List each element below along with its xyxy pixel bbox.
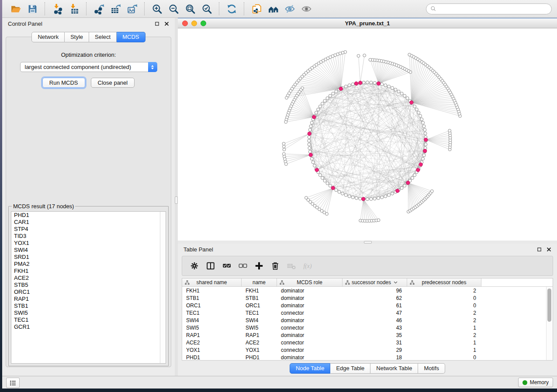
export-table-button[interactable] — [108, 2, 122, 16]
tab-select[interactable]: Select — [89, 32, 117, 42]
result-item[interactable]: TEC1 — [11, 316, 166, 323]
result-item[interactable]: STB1 — [11, 303, 166, 309]
table-scrollbar[interactable] — [546, 287, 553, 360]
import-network-button[interactable] — [50, 2, 64, 16]
table-row[interactable]: STB1STB1dominator620 — [182, 294, 553, 302]
cell-predecessor-nodes: 0 — [407, 354, 481, 361]
float-panel-icon[interactable] — [154, 21, 159, 27]
table-row[interactable]: PHD1PHD1dominator180 — [182, 354, 553, 361]
vertical-splitter[interactable] — [175, 18, 178, 376]
close-panel-button[interactable]: Close panel — [91, 78, 135, 88]
cell-successor-nodes: 47 — [343, 310, 407, 316]
control-panel-title: Control Panel — [8, 21, 42, 27]
column-header-mcds-role[interactable]: MCDS role — [277, 279, 343, 286]
horizontal-splitter[interactable] — [178, 241, 557, 244]
cell-shared-name: FKH1 — [182, 288, 242, 294]
column-header-shared-name[interactable]: shared name — [182, 279, 242, 286]
criterion-select[interactable]: largest connected component (undirected) — [20, 62, 157, 72]
tab-network-table[interactable]: Network Table — [370, 363, 418, 374]
result-item[interactable]: PMA2 — [11, 261, 166, 268]
vertical-splitter-grip[interactable] — [175, 196, 178, 204]
result-item[interactable]: FKH1 — [11, 268, 166, 275]
mcds-result-list: PHD1CAR1STP4TID3YOX1SWI4SRD1PMA2FKH1ACE2… — [11, 212, 166, 330]
close-table-panel-icon[interactable] — [546, 247, 551, 252]
minimize-window-icon[interactable] — [191, 21, 197, 26]
dropdown-stepper-icon[interactable] — [148, 62, 157, 72]
cell-mcds-role: dominator — [277, 303, 343, 309]
table-row[interactable]: RAP1RAP1dominator352 — [182, 331, 553, 339]
zoom-fit-button[interactable] — [183, 2, 197, 16]
tab-network[interactable]: Network — [31, 32, 65, 42]
add-column-button[interactable] — [251, 258, 267, 274]
result-item[interactable]: SWI5 — [11, 309, 166, 316]
toggle-columns-button[interactable] — [202, 258, 218, 274]
cell-shared-name: SWI5 — [182, 325, 242, 331]
tab-mcds[interactable]: MCDS — [117, 32, 145, 42]
result-item[interactable]: ORC1 — [11, 289, 166, 296]
result-item[interactable]: STP4 — [11, 226, 166, 233]
result-item[interactable]: STB5 — [11, 282, 166, 289]
tab-style[interactable]: Style — [65, 32, 89, 42]
table-scrollbar-thumb[interactable] — [547, 289, 551, 322]
task-history-button[interactable] — [6, 378, 20, 388]
table-row[interactable]: TEC1TEC1connector472 — [182, 309, 553, 316]
delete-selected-icon — [270, 261, 280, 271]
table-row[interactable]: ACE2ACE2connector311 — [182, 339, 553, 346]
clone-network-button[interactable] — [249, 2, 263, 16]
column-header-predecessor-nodes[interactable]: predecessor nodes — [407, 279, 481, 286]
tab-motifs[interactable]: Motifs — [418, 363, 445, 374]
result-item[interactable]: YOX1 — [11, 240, 166, 247]
table-toolbar-icons: f(x) — [186, 258, 315, 274]
search-input[interactable] — [439, 5, 547, 12]
zoom-in-button[interactable] — [150, 2, 164, 16]
deselect-all-button[interactable] — [235, 258, 251, 274]
mcds-tab-content: Optimization criterion: largest connecte… — [6, 37, 171, 367]
table-row[interactable]: YOX1YOX1connector291 — [182, 346, 553, 354]
result-item[interactable]: PHD1 — [11, 212, 166, 219]
search-box[interactable] — [426, 3, 552, 14]
close-panel-icon[interactable] — [164, 21, 169, 27]
table-settings-button[interactable] — [186, 258, 202, 274]
tab-edge-table[interactable]: Edge Table — [330, 363, 370, 374]
export-image-button[interactable] — [125, 2, 139, 16]
float-table-panel-icon[interactable] — [536, 247, 542, 252]
result-item[interactable]: ACE2 — [11, 275, 166, 282]
tab-node-table[interactable]: Node Table — [290, 363, 331, 374]
cell-predecessor-nodes: 2 — [407, 310, 481, 316]
table-row[interactable]: SWI4SWI4dominator462 — [182, 316, 553, 324]
result-item[interactable]: CAR1 — [11, 219, 166, 226]
result-item[interactable]: SRD1 — [11, 254, 166, 261]
memory-button[interactable]: Memory — [518, 378, 553, 387]
table-row[interactable]: SWI5SWI5connector431 — [182, 324, 553, 331]
table-body: FKH1FKH1dominator962STB1STB1dominator620… — [182, 287, 553, 361]
column-header-successor-nodes[interactable]: successor nodes — [343, 279, 407, 286]
import-table-button[interactable] — [67, 2, 81, 16]
zoom-selected-button[interactable] — [200, 2, 214, 16]
show-details-button[interactable] — [299, 2, 313, 16]
maximize-window-icon[interactable] — [201, 21, 206, 26]
save-session-button[interactable] — [25, 2, 39, 16]
network-canvas[interactable] — [178, 28, 557, 241]
table-row[interactable]: FKH1FKH1dominator962 — [182, 287, 553, 294]
network-titlebar[interactable]: YPA_prune.txt_1 — [178, 18, 557, 28]
open-file-button[interactable] — [9, 2, 23, 16]
hide-details-button[interactable] — [283, 2, 297, 16]
result-item[interactable]: GCR1 — [11, 323, 166, 330]
zoom-out-button[interactable] — [166, 2, 180, 16]
table-row[interactable]: ORC1ORC1dominator610 — [182, 302, 553, 309]
network-overview-button[interactable] — [266, 2, 280, 16]
refresh-button[interactable] — [225, 2, 239, 16]
result-list-scrollbar[interactable] — [160, 212, 166, 363]
column-header-name[interactable]: name — [242, 279, 277, 286]
result-item[interactable]: TID3 — [11, 233, 166, 240]
result-item[interactable]: SWI4 — [11, 247, 166, 254]
close-window-icon[interactable] — [182, 21, 188, 26]
cell-successor-nodes: 35 — [343, 332, 407, 338]
control-panel-tabs: NetworkStyleSelectMCDS — [2, 32, 175, 42]
result-item[interactable]: RAP1 — [11, 296, 166, 303]
select-all-button[interactable] — [218, 258, 235, 274]
sort-chevron-icon[interactable] — [394, 281, 398, 284]
run-mcds-button[interactable]: Run MCDS — [42, 78, 85, 88]
export-network-button[interactable] — [92, 2, 106, 16]
delete-selected-button[interactable] — [267, 258, 283, 274]
